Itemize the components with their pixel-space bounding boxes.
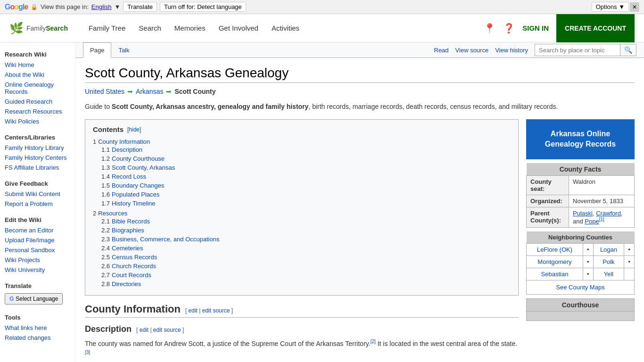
arrow-icon-2: ➡ — [166, 88, 172, 95]
toc-link-census[interactable]: Census Records — [112, 254, 157, 261]
tab-actions: Read View source View history 🔍 — [434, 44, 637, 56]
parent-county-row: Parent County(s): Pulaski, Crawford, and… — [527, 207, 635, 227]
toc-link-scott-county[interactable]: Scott County, Arkansas — [112, 164, 175, 171]
arkansas-records-button[interactable]: Arkansas Online Genealogy Records — [526, 119, 635, 159]
content-columns: Contents [hide] 1County Information 1.1D… — [85, 119, 635, 362]
sign-in-button[interactable]: SIGN IN — [522, 24, 549, 32]
nav-activities[interactable]: Activities — [265, 14, 306, 42]
sidebar-item-become-editor[interactable]: Become an Editor — [0, 225, 75, 235]
polk-link[interactable]: Polk — [603, 258, 614, 265]
view-text: View this page in: — [41, 3, 89, 10]
page-title: Scott County, Arkansas Genealogy — [85, 66, 635, 83]
sidebar-item-university[interactable]: Wiki University — [0, 265, 75, 275]
nav-memories[interactable]: Memories — [168, 14, 212, 42]
sidebar-item-related[interactable]: Related changes — [0, 333, 75, 343]
toc-link-directories[interactable]: Directories — [112, 280, 141, 288]
toc-link-description[interactable]: Description — [112, 146, 142, 153]
action-read[interactable]: Read — [434, 47, 449, 54]
nav-family-tree[interactable]: Family Tree — [82, 14, 132, 42]
breadcrumb-current: Scott County — [174, 88, 215, 95]
location-icon[interactable]: 📍 — [484, 23, 495, 34]
neighboring-counties-table: Neighboring Counties LeFlore (OK) • Loga… — [526, 231, 635, 295]
toc-link-biographies[interactable]: Biographies — [112, 227, 144, 234]
section-county-info: County Information [ edit | edit source … — [85, 303, 519, 318]
sidebar-item-about[interactable]: About the Wiki — [0, 70, 75, 80]
toc-link-history[interactable]: History Timeline — [112, 200, 155, 207]
sidebar-item-report[interactable]: Report a Problem — [0, 199, 75, 209]
breadcrumb-us[interactable]: United States — [85, 88, 124, 95]
sidebar-item-sandbox[interactable]: Personal Sandbox — [0, 245, 75, 255]
close-button[interactable]: ✕ — [630, 2, 639, 12]
turn-off-button[interactable]: Turn off for: Detect language — [160, 2, 246, 12]
sidebar-item-policies[interactable]: Wiki Policies — [0, 116, 75, 126]
toc-link-business[interactable]: Business, Commerce, and Occupations — [112, 236, 219, 243]
sidebar: Research Wiki Wiki Home About the Wiki O… — [0, 42, 75, 362]
tab-talk[interactable]: Talk — [111, 42, 136, 58]
toc-link-courthouse[interactable]: County Courthouse — [112, 155, 165, 162]
parent-label: Parent County(s): — [527, 207, 569, 227]
header-right: 📍 ❓ SIGN IN CREATE ACCOUNT — [484, 14, 635, 42]
options-button[interactable]: Options ▼ — [592, 2, 629, 12]
edit-county-info[interactable]: edit — [189, 307, 198, 314]
edit-description[interactable]: edit — [140, 327, 149, 333]
main-header: 🌿 FamilySearch Family Tree Search Memori… — [0, 14, 644, 42]
see-county-maps-link[interactable]: See County Maps — [529, 283, 632, 292]
search-box: 🔍 — [535, 44, 636, 56]
toc-link-county-info[interactable]: County Information — [98, 138, 150, 145]
sidebar-item-what-links[interactable]: What links here — [0, 323, 75, 333]
toc-link-resources[interactable]: Resources — [98, 210, 127, 217]
breadcrumb-arkansas[interactable]: Arkansas — [136, 88, 163, 95]
language-link[interactable]: English — [91, 3, 112, 10]
organized-row: Organized: November 5, 1833 — [527, 195, 635, 207]
sidebar-item-wiki-home[interactable]: Wiki Home — [0, 60, 75, 70]
intro-paragraph: Guide to Scott County, Arkansas ancestry… — [85, 102, 635, 112]
create-account-button[interactable]: CREATE ACCOUNT — [556, 14, 635, 42]
tab-page[interactable]: Page — [83, 42, 111, 58]
leflore-link[interactable]: LeFlore (OK) — [537, 246, 572, 253]
sidebar-item-online-records[interactable]: Online Genealogy Records — [0, 80, 75, 97]
sidebar-item-affiliate[interactable]: FS Affiliate Libraries — [0, 163, 75, 173]
parent-pulaski-link[interactable]: Pulaski — [573, 210, 593, 217]
sebastian-link[interactable]: Sebastian — [541, 271, 569, 278]
translate-button[interactable]: Translate — [123, 2, 157, 12]
nav-get-involved[interactable]: Get Involved — [212, 14, 265, 42]
edit-source-county-info[interactable]: edit source — [202, 307, 230, 314]
sidebar-item-upload[interactable]: Upload File/Image — [0, 235, 75, 245]
logo-icon: 🌿 — [9, 22, 24, 35]
sidebar-item-fhc[interactable]: Family History Centers — [0, 153, 75, 163]
neighboring-header: Neighboring Counties — [527, 231, 635, 244]
search-button[interactable]: 🔍 — [620, 44, 636, 56]
search-input[interactable] — [535, 45, 620, 56]
select-language-label: Select Language — [16, 296, 58, 302]
toc-hide-button[interactable]: [hide] — [127, 126, 141, 133]
toc-link-church[interactable]: Church Records — [112, 263, 156, 270]
logan-link[interactable]: Logan — [600, 246, 617, 253]
montgomery-link[interactable]: Montgomery — [537, 258, 571, 265]
toc-link-bible[interactable]: Bible Records — [112, 218, 150, 225]
toc-link-cemeteries[interactable]: Cemeteries — [112, 245, 143, 252]
nav-search[interactable]: Search — [132, 14, 168, 42]
content-right: Arkansas Online Genealogy Records County… — [526, 119, 635, 362]
action-view-history[interactable]: View history — [495, 47, 528, 54]
sidebar-item-submit[interactable]: Submit Wiki Content — [0, 189, 75, 199]
sidebar-item-fhl[interactable]: Family History Library — [0, 143, 75, 153]
sidebar-item-resources[interactable]: Research Resources — [0, 107, 75, 116]
neighboring-row-1: LeFlore (OK) • Logan • — [527, 244, 635, 256]
select-language-button[interactable]: G Select Language — [5, 293, 63, 304]
toc-link-court[interactable]: Court Records — [112, 272, 151, 279]
toc-link-boundary[interactable]: Boundary Changes — [112, 182, 164, 189]
yell-link[interactable]: Yell — [604, 271, 613, 278]
organized-label: Organized: — [527, 195, 569, 207]
main-nav: Family Tree Search Memories Get Involved… — [82, 14, 306, 42]
parent-pope-link[interactable]: Pope — [585, 218, 599, 225]
logo[interactable]: 🌿 FamilySearch — [9, 22, 68, 35]
toc-link-record-loss[interactable]: Record Loss — [112, 173, 146, 180]
sidebar-item-guided[interactable]: Guided Research — [0, 97, 75, 107]
help-icon[interactable]: ❓ — [503, 23, 515, 34]
toc-link-populated[interactable]: Populated Places — [112, 191, 159, 198]
parent-crawford-link[interactable]: Crawford — [596, 210, 621, 217]
edit-source-description[interactable]: edit source — [153, 327, 181, 333]
action-view-source[interactable]: View source — [455, 47, 489, 54]
toc-item-1: 1County Information 1.1Description 1.2Co… — [93, 137, 511, 209]
sidebar-item-projects[interactable]: Wiki Projects — [0, 255, 75, 265]
